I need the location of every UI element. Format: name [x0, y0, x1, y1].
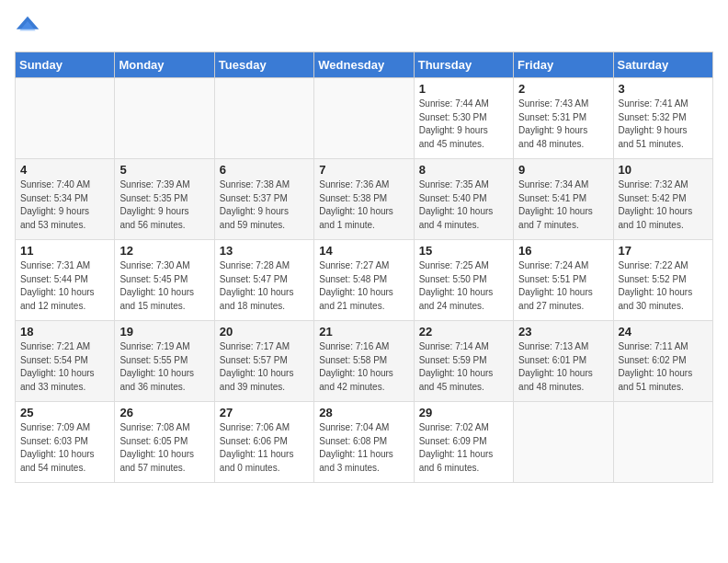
day-number: 19 [119, 325, 209, 339]
day-number: 2 [518, 82, 608, 96]
calendar-cell: 24Sunrise: 7:11 AM Sunset: 6:02 PM Dayli… [613, 321, 712, 402]
day-info: Sunrise: 7:19 AM Sunset: 5:55 PM Dayligh… [119, 340, 209, 394]
day-number: 4 [20, 163, 109, 177]
calendar-cell: 17Sunrise: 7:22 AM Sunset: 5:52 PM Dayli… [613, 240, 712, 321]
calendar-cell [613, 402, 712, 483]
day-number: 21 [319, 325, 408, 339]
calendar-cell [514, 402, 613, 483]
day-number: 5 [119, 163, 209, 177]
calendar-week-row: 11Sunrise: 7:31 AM Sunset: 5:44 PM Dayli… [16, 240, 713, 321]
calendar-cell: 23Sunrise: 7:13 AM Sunset: 6:01 PM Dayli… [514, 321, 613, 402]
day-info: Sunrise: 7:31 AM Sunset: 5:44 PM Dayligh… [20, 259, 109, 313]
day-number: 8 [419, 163, 508, 177]
day-info: Sunrise: 7:08 AM Sunset: 6:05 PM Dayligh… [119, 421, 209, 475]
day-info: Sunrise: 7:34 AM Sunset: 5:41 PM Dayligh… [518, 178, 608, 232]
calendar-cell: 16Sunrise: 7:24 AM Sunset: 5:51 PM Dayli… [514, 240, 613, 321]
day-info: Sunrise: 7:09 AM Sunset: 6:03 PM Dayligh… [20, 421, 109, 475]
column-header-wednesday: Wednesday [314, 52, 414, 78]
calendar-cell: 20Sunrise: 7:17 AM Sunset: 5:57 PM Dayli… [214, 321, 313, 402]
day-info: Sunrise: 7:28 AM Sunset: 5:47 PM Dayligh… [220, 259, 309, 313]
day-info: Sunrise: 7:30 AM Sunset: 5:45 PM Dayligh… [119, 259, 209, 313]
day-info: Sunrise: 7:41 AM Sunset: 5:32 PM Dayligh… [619, 98, 708, 151]
calendar-cell: 2Sunrise: 7:43 AM Sunset: 5:31 PM Daylig… [514, 78, 613, 159]
calendar-cell [314, 78, 414, 159]
day-number: 22 [419, 325, 508, 339]
calendar-cell: 13Sunrise: 7:28 AM Sunset: 5:47 PM Dayli… [214, 240, 313, 321]
day-number: 13 [220, 244, 309, 258]
calendar-cell: 8Sunrise: 7:35 AM Sunset: 5:40 PM Daylig… [414, 159, 513, 240]
day-number: 3 [619, 82, 708, 96]
calendar-cell: 29Sunrise: 7:02 AM Sunset: 6:09 PM Dayli… [414, 402, 513, 483]
day-info: Sunrise: 7:38 AM Sunset: 5:37 PM Dayligh… [220, 178, 309, 232]
column-header-saturday: Saturday [613, 52, 712, 78]
day-info: Sunrise: 7:32 AM Sunset: 5:42 PM Dayligh… [619, 178, 708, 232]
calendar-cell: 15Sunrise: 7:25 AM Sunset: 5:50 PM Dayli… [414, 240, 513, 321]
column-header-tuesday: Tuesday [214, 52, 313, 78]
calendar-cell [214, 78, 313, 159]
day-info: Sunrise: 7:27 AM Sunset: 5:48 PM Dayligh… [319, 259, 408, 313]
day-info: Sunrise: 7:04 AM Sunset: 6:08 PM Dayligh… [319, 421, 408, 475]
day-info: Sunrise: 7:40 AM Sunset: 5:34 PM Dayligh… [20, 178, 109, 232]
day-number: 7 [319, 163, 408, 177]
column-header-monday: Monday [115, 52, 214, 78]
calendar-cell: 12Sunrise: 7:30 AM Sunset: 5:45 PM Dayli… [115, 240, 214, 321]
logo-icon [15, 15, 40, 40]
day-info: Sunrise: 7:22 AM Sunset: 5:52 PM Dayligh… [619, 259, 708, 313]
day-info: Sunrise: 7:43 AM Sunset: 5:31 PM Dayligh… [518, 98, 608, 151]
calendar-cell: 19Sunrise: 7:19 AM Sunset: 5:55 PM Dayli… [115, 321, 214, 402]
day-info: Sunrise: 7:35 AM Sunset: 5:40 PM Dayligh… [419, 178, 508, 232]
calendar-week-row: 18Sunrise: 7:21 AM Sunset: 5:54 PM Dayli… [16, 321, 713, 402]
calendar-cell: 22Sunrise: 7:14 AM Sunset: 5:59 PM Dayli… [414, 321, 513, 402]
day-number: 29 [419, 406, 508, 419]
day-number: 9 [518, 163, 608, 177]
day-info: Sunrise: 7:21 AM Sunset: 5:54 PM Dayligh… [20, 340, 109, 394]
day-number: 23 [518, 325, 608, 339]
column-header-thursday: Thursday [414, 52, 513, 78]
day-info: Sunrise: 7:24 AM Sunset: 5:51 PM Dayligh… [518, 259, 608, 313]
calendar-cell: 1Sunrise: 7:44 AM Sunset: 5:30 PM Daylig… [414, 78, 513, 159]
calendar-cell: 10Sunrise: 7:32 AM Sunset: 5:42 PM Dayli… [613, 159, 712, 240]
calendar-cell: 18Sunrise: 7:21 AM Sunset: 5:54 PM Dayli… [16, 321, 115, 402]
page-header [15, 15, 713, 40]
day-info: Sunrise: 7:02 AM Sunset: 6:09 PM Dayligh… [419, 421, 508, 475]
day-info: Sunrise: 7:25 AM Sunset: 5:50 PM Dayligh… [419, 259, 508, 313]
calendar-cell [16, 78, 115, 159]
calendar-cell: 6Sunrise: 7:38 AM Sunset: 5:37 PM Daylig… [214, 159, 313, 240]
calendar-cell: 14Sunrise: 7:27 AM Sunset: 5:48 PM Dayli… [314, 240, 414, 321]
day-info: Sunrise: 7:14 AM Sunset: 5:59 PM Dayligh… [419, 340, 508, 394]
day-number: 25 [20, 406, 109, 419]
calendar-cell: 3Sunrise: 7:41 AM Sunset: 5:32 PM Daylig… [613, 78, 712, 159]
day-info: Sunrise: 7:06 AM Sunset: 6:06 PM Dayligh… [220, 421, 309, 475]
day-number: 24 [619, 325, 708, 339]
day-number: 12 [119, 244, 209, 258]
column-header-sunday: Sunday [16, 52, 115, 78]
calendar-cell: 21Sunrise: 7:16 AM Sunset: 5:58 PM Dayli… [314, 321, 414, 402]
calendar-cell: 4Sunrise: 7:40 AM Sunset: 5:34 PM Daylig… [16, 159, 115, 240]
day-number: 15 [419, 244, 508, 258]
calendar-cell [115, 78, 214, 159]
day-number: 14 [319, 244, 408, 258]
day-number: 20 [220, 325, 309, 339]
calendar-cell: 5Sunrise: 7:39 AM Sunset: 5:35 PM Daylig… [115, 159, 214, 240]
day-number: 17 [619, 244, 708, 258]
day-number: 11 [20, 244, 109, 258]
calendar-week-row: 1Sunrise: 7:44 AM Sunset: 5:30 PM Daylig… [16, 78, 713, 159]
day-number: 28 [319, 406, 408, 419]
column-header-friday: Friday [514, 52, 613, 78]
day-info: Sunrise: 7:11 AM Sunset: 6:02 PM Dayligh… [619, 340, 708, 394]
calendar-cell: 7Sunrise: 7:36 AM Sunset: 5:38 PM Daylig… [314, 159, 414, 240]
calendar-cell: 28Sunrise: 7:04 AM Sunset: 6:08 PM Dayli… [314, 402, 414, 483]
calendar-header-row: SundayMondayTuesdayWednesdayThursdayFrid… [16, 52, 713, 78]
calendar-cell: 25Sunrise: 7:09 AM Sunset: 6:03 PM Dayli… [16, 402, 115, 483]
day-number: 16 [518, 244, 608, 258]
calendar-cell: 26Sunrise: 7:08 AM Sunset: 6:05 PM Dayli… [115, 402, 214, 483]
day-info: Sunrise: 7:16 AM Sunset: 5:58 PM Dayligh… [319, 340, 408, 394]
calendar-cell: 9Sunrise: 7:34 AM Sunset: 5:41 PM Daylig… [514, 159, 613, 240]
calendar-cell: 11Sunrise: 7:31 AM Sunset: 5:44 PM Dayli… [16, 240, 115, 321]
day-number: 1 [419, 82, 508, 96]
day-number: 6 [220, 163, 309, 177]
day-info: Sunrise: 7:44 AM Sunset: 5:30 PM Dayligh… [419, 98, 508, 151]
calendar-table: SundayMondayTuesdayWednesdayThursdayFrid… [15, 52, 713, 483]
calendar-week-row: 4Sunrise: 7:40 AM Sunset: 5:34 PM Daylig… [16, 159, 713, 240]
day-info: Sunrise: 7:39 AM Sunset: 5:35 PM Dayligh… [119, 178, 209, 232]
